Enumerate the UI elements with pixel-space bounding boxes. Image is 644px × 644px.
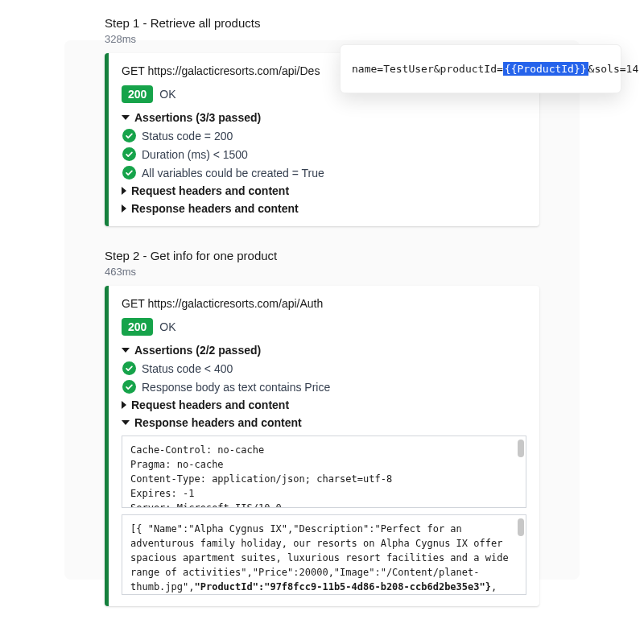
chevron-right-icon — [122, 204, 126, 213]
check-circle-icon — [122, 380, 136, 394]
check-circle-icon — [122, 147, 136, 161]
variable-tooltip: name=TestUser&productId={{ProductId}}&so… — [340, 44, 621, 93]
step2-request-headers-toggle[interactable]: Request headers and content — [122, 398, 526, 411]
step1-request-headers-label: Request headers and content — [131, 184, 289, 197]
step2-title: Step 2 - Get info for one product — [105, 249, 539, 262]
chevron-right-icon — [122, 401, 126, 409]
step2-card: GET https://galacticresorts.com/api/Auth… — [105, 286, 539, 606]
svg-point-4 — [122, 380, 136, 394]
step2-request-line: GET https://galacticresorts.com/api/Auth — [122, 297, 526, 310]
assertion-row: Status code < 400 — [122, 361, 526, 375]
svg-point-3 — [122, 361, 136, 375]
response-body-block[interactable]: [{ "Name":"Alpha Cygnus IX","Description… — [122, 514, 526, 595]
step1-duration: 328ms — [105, 33, 539, 45]
chevron-down-icon — [122, 348, 130, 353]
step2-assertions-label: Assertions (2/2 passed) — [134, 344, 261, 357]
step1-response-headers-toggle[interactable]: Response headers and content — [122, 202, 526, 215]
response-headers-text: Cache-Control: no-cache Pragma: no-cache… — [130, 444, 392, 508]
assertion-text: Status code < 400 — [142, 362, 233, 375]
step2-response-headers-label: Response headers and content — [134, 416, 302, 429]
check-circle-icon — [122, 361, 136, 375]
step1-title: Step 1 - Retrieve all products — [105, 16, 539, 30]
step1-assertions-toggle[interactable]: Assertions (3/3 passed) — [122, 111, 526, 124]
assertion-text: Response body as text contains Price — [142, 381, 330, 394]
assertion-row: Response body as text contains Price — [122, 380, 526, 394]
svg-point-1 — [122, 147, 136, 161]
step1-assertions-label: Assertions (3/3 passed) — [134, 111, 261, 124]
step2-response-headers-toggle[interactable]: Response headers and content — [122, 416, 526, 429]
step2-duration: 463ms — [105, 266, 539, 278]
assertion-text: All variables could be created = True — [142, 167, 324, 180]
tooltip-pre: name=TestUser&productId= — [352, 63, 503, 75]
chevron-down-icon — [122, 420, 130, 425]
assertion-row: Duration (ms) < 1500 — [122, 147, 526, 161]
tooltip-highlight: {{ProductId}} — [503, 62, 588, 76]
step1-request-headers-toggle[interactable]: Request headers and content — [122, 184, 526, 197]
step2-status-text: OK — [159, 320, 175, 333]
chevron-down-icon — [122, 115, 130, 120]
step1-response-headers-label: Response headers and content — [131, 202, 299, 215]
assertion-row: Status code = 200 — [122, 129, 526, 142]
step2-assertions-toggle[interactable]: Assertions (2/2 passed) — [122, 344, 526, 357]
svg-point-2 — [122, 166, 136, 180]
assertion-text: Status code = 200 — [142, 130, 233, 142]
scrollbar[interactable] — [518, 440, 524, 504]
tooltip-post: &sols=14 — [588, 63, 639, 75]
check-circle-icon — [122, 166, 136, 180]
response-headers-block[interactable]: Cache-Control: no-cache Pragma: no-cache… — [122, 436, 526, 508]
check-circle-icon — [122, 129, 136, 142]
step2-status-badge: 200 — [122, 318, 153, 336]
step2-request-headers-label: Request headers and content — [131, 398, 289, 411]
chevron-right-icon — [122, 187, 126, 195]
scrollbar[interactable] — [518, 518, 524, 591]
response-body-bold: "ProductId":"97f8fcc9-11b5-4d86-b208-ccb… — [194, 581, 490, 592]
step1-status-text: OK — [159, 88, 175, 101]
assertion-text: Duration (ms) < 1500 — [142, 148, 248, 161]
assertion-row: All variables could be created = True — [122, 166, 526, 180]
step1-status-badge: 200 — [122, 85, 153, 103]
svg-point-0 — [122, 129, 136, 142]
